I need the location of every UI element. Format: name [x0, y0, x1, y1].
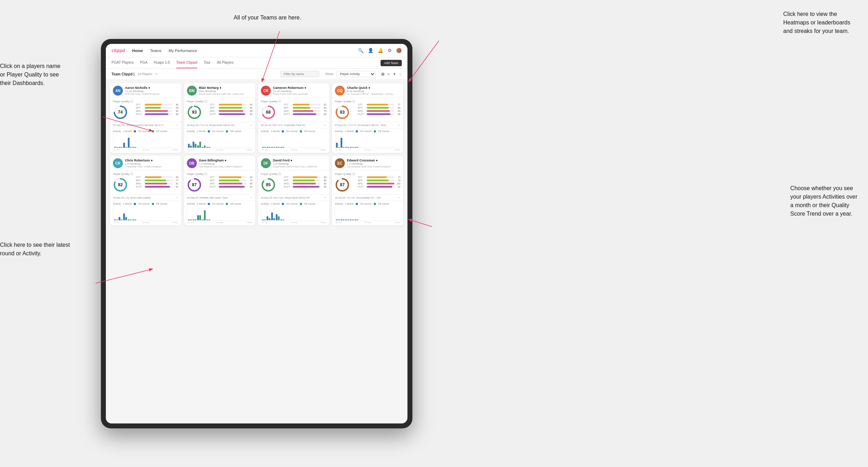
player-card[interactable]: AN Aaron Nicholls ● 11-15 Handicap Drift…	[110, 83, 181, 153]
player-name[interactable]: Blair McHarg ●	[199, 86, 252, 90]
bar-group	[267, 216, 270, 220]
donut-chart[interactable]: 83	[335, 105, 350, 120]
round-arrow-icon[interactable]: →	[249, 196, 252, 199]
quality-label: Player Quality ⓘ	[113, 100, 133, 103]
axis-label: 21 Aug	[290, 149, 297, 151]
round-arrow-icon[interactable]: →	[323, 196, 326, 199]
latest-round-text: 26 Aug 23 | 73 (+1), Royal North Devon G…	[187, 124, 248, 126]
stat-bar	[145, 113, 168, 115]
search-input[interactable]	[280, 71, 319, 77]
round-arrow-icon[interactable]: →	[175, 123, 178, 127]
player-card[interactable]: BM Blair McHarg ● Plus Handicap Royal No…	[184, 83, 255, 153]
off-course-bar	[269, 218, 270, 220]
player-card[interactable]: EC Edward Crossman ● 1-5 Handicap Sunnin…	[332, 156, 403, 226]
stat-bar-wrap	[219, 183, 246, 184]
filter-icon[interactable]: ▼	[392, 71, 397, 77]
nav-home[interactable]: Home	[132, 49, 143, 53]
player-name[interactable]: Dave Billingham ●	[199, 159, 252, 162]
user-icon[interactable]: 👤	[368, 48, 373, 53]
player-name[interactable]: David Ford ●	[273, 159, 326, 162]
tab-pgat-players[interactable]: PGAT Players	[112, 57, 133, 68]
off-course-bar	[282, 220, 284, 220]
bell-icon[interactable]: 🔔	[378, 48, 383, 53]
stat-value: 91	[173, 186, 178, 188]
stat-value: 80	[395, 107, 400, 109]
tab-hcaps[interactable]: Hcaps 1-5	[154, 57, 170, 68]
player-name[interactable]: Charlie Quick ●	[347, 86, 400, 90]
off-course-label: Off course	[156, 130, 167, 132]
donut-chart[interactable]: 82	[113, 177, 128, 192]
latest-round[interactable]: 26 Aug 23 | 84 (+12), Royal North Devon …	[258, 194, 329, 201]
stats-list: OTT 84 APP 85 ARG 88 PUTT 9	[210, 103, 252, 116]
off-course-bar	[199, 215, 201, 220]
donut-chart[interactable]: 93	[187, 105, 202, 120]
donut-chart[interactable]: 74	[113, 105, 128, 120]
stat-value: 79	[395, 179, 400, 182]
search-icon[interactable]: 🔍	[358, 48, 364, 53]
latest-round[interactable]: 05 Mar 23 | 19, Must make putting →	[110, 194, 181, 201]
player-name[interactable]: Edward Crossman ●	[347, 159, 400, 162]
round-arrow-icon[interactable]: →	[397, 196, 400, 199]
stat-label: APP	[284, 179, 292, 182]
app-logo[interactable]: clippd	[112, 48, 125, 53]
latest-round[interactable]: 26 Aug 23 | 73 (+1), Royal North Devon G…	[184, 122, 255, 128]
activity-section: Activity · 1 Month On course Off course	[258, 128, 329, 153]
round-arrow-icon[interactable]: →	[175, 196, 178, 199]
donut-chart[interactable]: 68	[261, 105, 276, 120]
avatar: CR	[261, 86, 271, 96]
player-card[interactable]: DB Dave Billingham ● 1-5 Handicap Sag Ma…	[184, 156, 255, 226]
on-course-bar	[354, 220, 356, 220]
stat-value: 92	[395, 186, 400, 188]
player-card[interactable]: DF David Ford ● 1-5 Handicap Royal North…	[258, 156, 329, 226]
player-name[interactable]: Aaron Nicholls ●	[125, 86, 178, 90]
player-card[interactable]: CR Cameron Robertson ● 11-15 Handicap Ro…	[258, 83, 329, 153]
stat-label: APP	[210, 107, 218, 109]
avatar: DB	[187, 158, 197, 168]
player-card[interactable]: CQ Charlie Quick ● 6-10 Handicap St. Geo…	[332, 83, 403, 153]
on-course-bar	[271, 212, 273, 220]
latest-round[interactable]: 02 Jul 23 | 59 (+17), Craigmillar Park G…	[258, 122, 329, 128]
donut-chart[interactable]: 87	[335, 177, 350, 192]
tab-pga[interactable]: PGA	[140, 57, 147, 68]
latest-round[interactable]: 02 Sep 23 | Sunset round to get back int…	[110, 122, 181, 128]
settings-icon[interactable]: ⚙	[388, 48, 392, 53]
off-course-dot	[226, 203, 228, 205]
nav-teams[interactable]: Teams	[150, 49, 161, 53]
latest-round[interactable]: 07 Aug 23 | 77 (+7), St George's Hill GC…	[332, 122, 403, 128]
quality-score: 82	[118, 182, 122, 187]
latest-round[interactable]: 04 Sep 23 | Mobility with coach, Gym →	[184, 194, 255, 201]
grid-view-icon[interactable]: ⊞	[381, 71, 385, 77]
axis-label: 21 Aug	[216, 149, 223, 151]
nav-my-performance[interactable]: My Performance	[169, 49, 197, 53]
show-select[interactable]: Player Activity Quality Score Trend	[337, 71, 376, 77]
sort-icon[interactable]: ↕	[399, 71, 402, 77]
latest-round[interactable]: 18 Jul 23 | 74 (+4), Sunningdale GC - Ol…	[332, 194, 403, 201]
tab-all-players[interactable]: All Players	[217, 57, 234, 68]
round-arrow-icon[interactable]: →	[249, 123, 252, 127]
donut-chart[interactable]: 87	[187, 177, 202, 192]
stat-bar-wrap	[367, 107, 394, 109]
player-card[interactable]: CR Chris Robertson ● 1-5 Handicap Craigm…	[110, 156, 181, 226]
player-name[interactable]: Cameron Robertson ●	[273, 86, 326, 90]
player-info: David Ford ● 1-5 Handicap Royal North De…	[273, 159, 326, 168]
tab-team-clippd[interactable]: Team Clippd	[176, 57, 197, 68]
axis-label: 21 Aug	[142, 221, 149, 223]
stat-bar-wrap	[293, 107, 320, 109]
list-view-icon[interactable]: ≡	[387, 71, 390, 77]
edit-icon[interactable]: ✏	[155, 72, 158, 76]
player-name[interactable]: Chris Robertson ●	[125, 159, 178, 162]
add-team-button[interactable]: Add Team	[381, 60, 402, 66]
stat-bar-wrap	[293, 183, 320, 184]
player-info: Aaron Nicholls ● 11-15 Handicap Drift Go…	[125, 86, 178, 95]
profile-icon[interactable]: 🟤	[396, 48, 402, 53]
tab-tour[interactable]: Tour	[204, 57, 210, 68]
on-course-bar	[202, 220, 204, 220]
round-arrow-icon[interactable]: →	[397, 123, 400, 127]
bar-group	[197, 142, 201, 148]
stat-label: PUTT	[358, 186, 366, 188]
round-arrow-icon[interactable]: →	[323, 123, 326, 127]
donut-chart[interactable]: 85	[261, 177, 276, 192]
axis-labels: 31 Jul21 Aug4 Sep	[187, 149, 252, 151]
bar-group	[123, 213, 127, 220]
player-name-annotation: Click on a players nameor Player Quality…	[0, 62, 61, 87]
